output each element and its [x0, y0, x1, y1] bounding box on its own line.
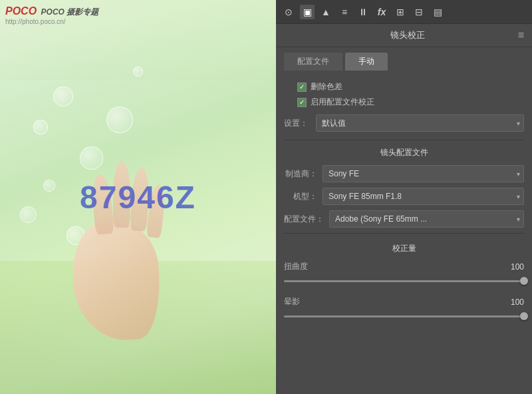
profile-select[interactable]: Adobe (Sony FE 65mm ... [329, 210, 524, 228]
field-model-label: 机型： [284, 191, 317, 202]
toolbar-icon-grid[interactable]: ▣ [300, 5, 315, 19]
panel-title: 镜头校正 [297, 29, 518, 41]
checkbox-row-2: 启用配置文件校正 [297, 97, 524, 108]
slider-distortion-thumb[interactable] [520, 277, 528, 285]
field-manufacturer-label: 制造商： [284, 168, 317, 180]
panel-menu-icon[interactable]: ≡ [518, 29, 524, 41]
watermark-url: http://photo.poco.cn/ [5, 18, 98, 25]
checkbox-row-1: 删除色差 [297, 81, 524, 93]
slider-vignette-value: 100 [511, 297, 524, 307]
settings-label: 设置： [284, 118, 311, 129]
bubble-5 [20, 206, 37, 223]
toolbar: ⊙ ▣ ▲ ≡ ⏸ fx ⊞ ⊟ ▤ [276, 0, 532, 24]
settings-select-wrapper: 默认值 [316, 114, 524, 132]
bubble-2 [33, 120, 48, 134]
right-panel: ⊙ ▣ ▲ ≡ ⏸ fx ⊞ ⊟ ▤ 镜头校正 ≡ 配置文件 手动 删除色差 [276, 0, 532, 394]
slider-distortion-value: 100 [511, 262, 524, 272]
photo-panel: POCO POCO 摄影专题 http://photo.poco.cn/ 879… [0, 0, 276, 394]
model-select-wrapper: Sony FE 85mm F1.8 [323, 188, 524, 205]
watermark-title: POCO POCO 摄影专题 [5, 5, 98, 18]
bubble-6 [106, 106, 133, 133]
slider-vignette-track[interactable] [284, 310, 524, 322]
toolbar-icon-lines[interactable]: ≡ [337, 5, 352, 19]
correction-title: 校正量 [284, 243, 524, 254]
toolbar-icon-fx[interactable]: fx [374, 5, 389, 19]
watermark: POCO POCO 摄影专题 http://photo.poco.cn/ [5, 5, 98, 25]
watermark-site: POCO 摄影专题 [41, 7, 99, 17]
checkbox-remove-aberration[interactable] [297, 83, 307, 92]
tab-manual[interactable]: 手动 [345, 53, 388, 71]
divider-2 [284, 233, 524, 234]
checkbox-group: 删除色差 启用配置文件校正 [297, 81, 524, 108]
slider-distortion: 扭曲度 100 [284, 261, 524, 287]
hand-area [53, 141, 226, 341]
field-model: 机型： Sony FE 85mm F1.8 [284, 188, 524, 205]
toolbar-icon-minus[interactable]: ⊟ [412, 5, 426, 19]
field-profile-label: 配置文件： [284, 214, 324, 225]
toolbar-icon-table[interactable]: ⊞ [393, 5, 408, 19]
slider-distortion-track[interactable] [284, 275, 524, 287]
checkbox-label-1: 删除色差 [311, 81, 342, 93]
toolbar-icon-bars[interactable]: ⏸ [356, 5, 370, 19]
section-header: 镜头校正 ≡ [276, 24, 532, 47]
manufacturer-select[interactable]: Sony FE [323, 165, 524, 182]
slider-vignette-label: 晕影 [284, 296, 300, 307]
content-area: 删除色差 启用配置文件校正 设置： 默认值 镜头配置文件 制造商： [276, 71, 532, 394]
manufacturer-select-wrapper: Sony FE [323, 165, 524, 182]
tab-manual-label: 手动 [358, 57, 374, 66]
bubble-1 [53, 87, 73, 106]
checkbox-label-2: 启用配置文件校正 [311, 97, 374, 108]
lens-profile-title: 镜头配置文件 [284, 147, 524, 158]
tab-profile-label: 配置文件 [297, 57, 329, 66]
slider-distortion-header: 扭曲度 100 [284, 261, 524, 272]
model-select[interactable]: Sony FE 85mm F1.8 [323, 188, 524, 205]
photo-number: 87946Z [80, 179, 196, 216]
poco-text: POCO [5, 5, 37, 17]
divider-1 [284, 140, 524, 140]
toolbar-icon-triangle[interactable]: ▲ [319, 5, 333, 19]
slider-vignette-bg [284, 315, 524, 317]
slider-vignette-fill [284, 315, 524, 317]
toolbar-icon-lens[interactable]: ⊙ [281, 5, 296, 19]
slider-distortion-label: 扭曲度 [284, 261, 308, 272]
checkbox-enable-profile[interactable] [297, 98, 307, 107]
slider-vignette-header: 晕影 100 [284, 296, 524, 307]
settings-row: 设置： 默认值 [284, 114, 524, 132]
field-profile: 配置文件： Adobe (Sony FE 65mm ... [284, 210, 524, 228]
settings-select[interactable]: 默认值 [316, 114, 524, 132]
slider-distortion-bg [284, 280, 524, 282]
tabs-bar: 配置文件 手动 [276, 47, 532, 71]
slider-distortion-fill [284, 280, 524, 282]
toolbar-icon-menu[interactable]: ▤ [430, 5, 445, 19]
slider-vignette-thumb[interactable] [520, 312, 528, 320]
tab-profile[interactable]: 配置文件 [284, 53, 342, 71]
profile-select-wrapper: Adobe (Sony FE 65mm ... [329, 210, 524, 228]
slider-vignette: 晕影 100 [284, 296, 524, 322]
field-manufacturer: 制造商： Sony FE [284, 165, 524, 182]
bubble-7 [133, 67, 143, 77]
